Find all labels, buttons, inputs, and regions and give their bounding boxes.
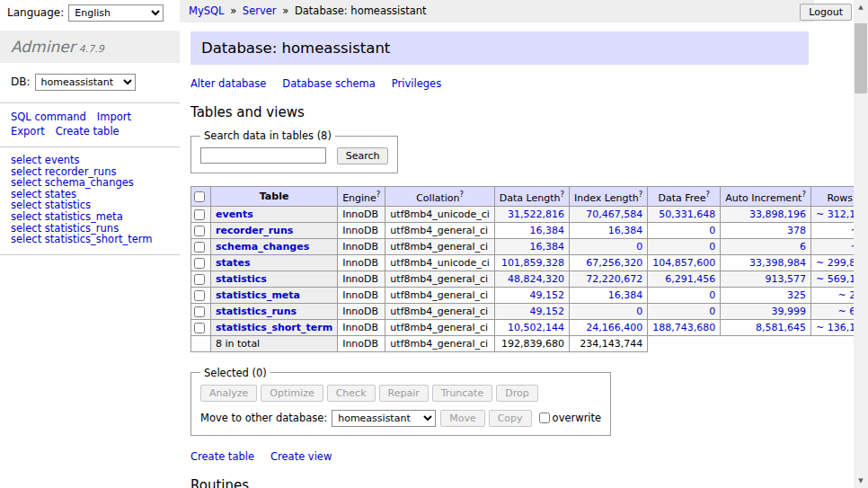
data-length-link[interactable]: 49,152 bbox=[530, 306, 565, 317]
data-length-link[interactable]: 16,384 bbox=[530, 225, 565, 236]
data-free-link[interactable]: 0 bbox=[709, 225, 715, 236]
cell-data-free: 6,291,456 bbox=[648, 271, 721, 287]
row-checkbox[interactable] bbox=[194, 274, 205, 285]
cell-engine: InnoDB bbox=[338, 271, 385, 287]
select-link-statistics-short-term[interactable]: select bbox=[11, 233, 41, 245]
help-icon[interactable]: ? bbox=[802, 190, 806, 199]
app-name[interactable]: Adminer bbox=[11, 38, 75, 56]
table-name-link[interactable]: statistics bbox=[216, 273, 267, 285]
bulk-repair-button[interactable]: Repair bbox=[379, 385, 429, 402]
link-alter-database[interactable]: Alter database bbox=[190, 77, 266, 90]
link-create-table[interactable]: Create table bbox=[190, 450, 254, 463]
index-length-link[interactable]: 67,256,320 bbox=[586, 257, 642, 269]
auto-increment-link[interactable]: 8,581,645 bbox=[756, 322, 806, 333]
table-row: recorder_runsInnoDButf8mb4_general_ci16,… bbox=[191, 222, 868, 238]
cell-collation: utf8mb4_general_ci bbox=[385, 238, 494, 254]
index-length-link[interactable]: 0 bbox=[636, 306, 642, 317]
row-checkbox[interactable] bbox=[194, 242, 205, 253]
help-icon[interactable]: ? bbox=[561, 190, 565, 199]
row-checkbox[interactable] bbox=[194, 306, 205, 317]
row-checkbox[interactable] bbox=[194, 209, 205, 220]
cell-engine: InnoDB bbox=[338, 254, 385, 271]
search-input[interactable] bbox=[200, 147, 326, 164]
auto-increment-link[interactable]: 913,577 bbox=[765, 273, 806, 285]
breadcrumb-link-server[interactable]: Server bbox=[243, 4, 277, 17]
sidebar-link-create-table[interactable]: Create table bbox=[56, 125, 120, 138]
link-database-schema[interactable]: Database schema bbox=[282, 77, 375, 90]
data-free-link[interactable]: 6,291,456 bbox=[665, 273, 715, 285]
sidebar-link-import[interactable]: Import bbox=[97, 111, 131, 123]
help-icon[interactable]: ? bbox=[706, 190, 711, 199]
db-select[interactable]: homeassistant bbox=[35, 74, 136, 91]
language-bar: Language:English bbox=[7, 4, 164, 22]
data-free-link[interactable]: 0 bbox=[709, 289, 715, 301]
column-header-index-length: Index Length? bbox=[570, 187, 648, 207]
data-free-link[interactable]: 0 bbox=[709, 306, 715, 317]
table-name-link[interactable]: recorder_runs bbox=[216, 225, 293, 236]
table-link-statistics-short-term[interactable]: statistics_short_term bbox=[45, 233, 153, 245]
data-length-link[interactable]: 10,502,144 bbox=[508, 322, 564, 333]
scrollbar-up-arrow-icon[interactable]: ▲ bbox=[854, 0, 868, 14]
table-name-link[interactable]: statistics_runs bbox=[216, 306, 297, 317]
bulk-optimize-button[interactable]: Optimize bbox=[261, 385, 323, 402]
data-length-link[interactable]: 48,824,320 bbox=[508, 273, 564, 285]
search-button[interactable]: Search bbox=[337, 147, 389, 164]
cell-engine-total: InnoDB bbox=[338, 335, 385, 351]
logout-button[interactable]: Logout bbox=[800, 4, 852, 21]
move-db-select[interactable]: homeassistant bbox=[332, 410, 436, 427]
auto-increment-link[interactable]: 39,999 bbox=[771, 306, 806, 317]
sidebar-link-sql-command[interactable]: SQL command bbox=[11, 111, 86, 123]
data-length-link[interactable]: 101,859,328 bbox=[501, 257, 564, 269]
move-button[interactable]: Move bbox=[440, 410, 485, 427]
data-free-link[interactable]: 104,857,600 bbox=[652, 257, 715, 269]
column-header-table: Table bbox=[211, 187, 338, 207]
help-icon[interactable]: ? bbox=[639, 190, 643, 199]
vertical-scrollbar[interactable]: ▲ ▼ bbox=[854, 0, 868, 488]
bulk-analyze-button[interactable]: Analyze bbox=[200, 385, 257, 402]
row-checkbox-cell bbox=[191, 222, 211, 238]
breadcrumb-link-mysql[interactable]: MySQL bbox=[189, 4, 225, 17]
auto-increment-link[interactable]: 33,898,196 bbox=[749, 209, 806, 220]
auto-increment-link[interactable]: 33,398,984 bbox=[749, 257, 806, 269]
table-name-link[interactable]: statistics_meta bbox=[216, 289, 300, 301]
help-icon[interactable]: ? bbox=[376, 190, 381, 199]
link-privileges[interactable]: Privileges bbox=[392, 77, 441, 90]
bulk-drop-button[interactable]: Drop bbox=[496, 385, 537, 402]
select-all-checkbox[interactable] bbox=[194, 191, 205, 202]
copy-button[interactable]: Copy bbox=[489, 410, 532, 427]
index-length-link[interactable]: 16,384 bbox=[608, 225, 643, 236]
overwrite-checkbox[interactable] bbox=[539, 413, 550, 423]
link-create-view[interactable]: Create view bbox=[270, 450, 332, 463]
language-select[interactable]: English bbox=[68, 4, 164, 22]
scrollbar-down-arrow-icon[interactable]: ▼ bbox=[854, 474, 868, 488]
table-name-link[interactable]: statistics_short_term bbox=[216, 322, 332, 333]
auto-increment-link[interactable]: 378 bbox=[787, 225, 806, 236]
row-checkbox[interactable] bbox=[194, 258, 205, 269]
bulk-check-button[interactable]: Check bbox=[327, 385, 376, 402]
row-checkbox[interactable] bbox=[194, 323, 205, 333]
bulk-truncate-button[interactable]: Truncate bbox=[432, 385, 492, 402]
index-length-link[interactable]: 0 bbox=[636, 241, 642, 253]
table-name-link[interactable]: events bbox=[216, 209, 253, 220]
database-links: Alter databaseDatabase schemaPrivileges bbox=[190, 77, 809, 90]
data-free-link[interactable]: 188,743,680 bbox=[652, 322, 715, 333]
row-checkbox[interactable] bbox=[194, 226, 205, 236]
table-name-link[interactable]: schema_changes bbox=[216, 241, 309, 253]
table-row: statistics_metaInnoDButf8mb4_general_ci4… bbox=[191, 287, 868, 303]
auto-increment-link[interactable]: 6 bbox=[800, 241, 806, 253]
scrollbar-thumb[interactable] bbox=[855, 23, 867, 93]
data-free-link[interactable]: 0 bbox=[709, 241, 715, 253]
index-length-link[interactable]: 70,467,584 bbox=[586, 209, 642, 220]
data-length-link[interactable]: 49,152 bbox=[530, 289, 565, 301]
index-length-link[interactable]: 16,384 bbox=[608, 289, 643, 301]
index-length-link[interactable]: 24,166,400 bbox=[586, 322, 642, 333]
auto-increment-link[interactable]: 325 bbox=[787, 289, 806, 301]
index-length-link[interactable]: 72,220,672 bbox=[586, 273, 642, 285]
sidebar-link-export[interactable]: Export bbox=[11, 125, 45, 138]
data-length-link[interactable]: 31,522,816 bbox=[508, 209, 564, 220]
data-free-link[interactable]: 50,331,648 bbox=[659, 209, 715, 220]
data-length-link[interactable]: 16,384 bbox=[530, 241, 565, 253]
help-icon[interactable]: ? bbox=[460, 190, 465, 199]
table-name-link[interactable]: states bbox=[216, 257, 251, 269]
row-checkbox[interactable] bbox=[194, 290, 205, 301]
